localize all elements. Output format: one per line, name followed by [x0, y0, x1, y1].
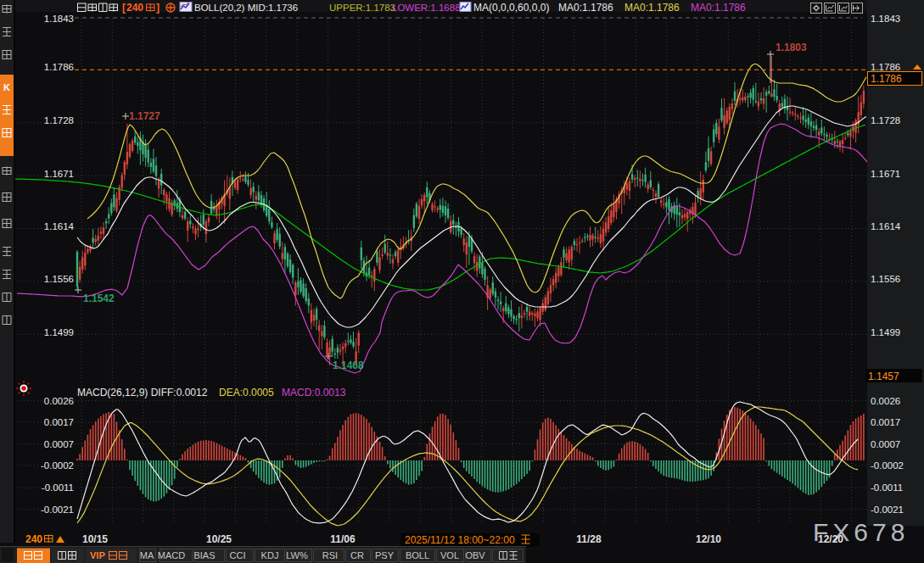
svg-text:OBV: OBV: [465, 550, 485, 560]
svg-text:1.1542: 1.1542: [83, 293, 115, 304]
svg-text:K: K: [3, 82, 10, 92]
svg-text:-0.0021: -0.0021: [41, 504, 74, 515]
svg-text:0.0017: 0.0017: [44, 417, 74, 427]
svg-text:KDJ: KDJ: [261, 550, 279, 560]
svg-text:DEA:0.0005: DEA:0.0005: [219, 387, 274, 399]
svg-text:1.1671: 1.1671: [871, 169, 900, 179]
svg-text:UPPER:1.1783: UPPER:1.1783: [329, 3, 395, 13]
svg-text:0.0026: 0.0026: [44, 396, 74, 406]
svg-text:240: 240: [126, 2, 143, 14]
svg-text:1.1728: 1.1728: [871, 115, 900, 125]
svg-text:BIAS: BIAS: [193, 550, 215, 560]
svg-text:1.1614: 1.1614: [44, 221, 75, 231]
svg-text:PSY: PSY: [375, 550, 395, 560]
svg-text:2025/11/12 18:00~22:00: 2025/11/12 18:00~22:00: [405, 534, 515, 546]
svg-text:MA0:1.1786: MA0:1.1786: [691, 2, 746, 14]
svg-text:1.1727: 1.1727: [129, 110, 160, 122]
svg-text:CCI: CCI: [230, 550, 246, 560]
svg-text:10/15: 10/15: [82, 533, 108, 545]
svg-text:1.1556: 1.1556: [44, 274, 74, 284]
svg-text:CR: CR: [350, 550, 364, 560]
svg-text:11/06: 11/06: [330, 533, 356, 545]
svg-text:1.1671: 1.1671: [44, 169, 74, 179]
svg-text:0.0026: 0.0026: [871, 396, 900, 406]
svg-text:MACD(26,12,9) DIFF:0.0012: MACD(26,12,9) DIFF:0.0012: [77, 387, 208, 399]
svg-text:12/10: 12/10: [696, 533, 721, 545]
svg-text:0.0017: 0.0017: [871, 417, 900, 427]
svg-text:MA(0,0,0,60,0,0): MA(0,0,0,60,0,0): [473, 2, 549, 14]
svg-text:1.1499: 1.1499: [871, 327, 900, 337]
svg-text:1.1843: 1.1843: [871, 14, 900, 24]
svg-text:MA0:1.1786: MA0:1.1786: [624, 2, 680, 14]
svg-text:RSI: RSI: [322, 550, 338, 560]
svg-text:[: [: [122, 2, 126, 14]
svg-text:MACD: MACD: [158, 550, 185, 560]
svg-text:1.1468: 1.1468: [333, 360, 364, 371]
svg-text:-0.0011: -0.0011: [42, 482, 74, 493]
svg-text:VIP: VIP: [90, 550, 105, 560]
svg-text:1.1556: 1.1556: [871, 274, 900, 284]
svg-text:1.1786: 1.1786: [871, 73, 902, 85]
svg-text:-0.0011: -0.0011: [871, 482, 903, 493]
svg-text:1.1803: 1.1803: [776, 42, 807, 53]
svg-text:10/25: 10/25: [206, 533, 232, 545]
svg-text:LOWER:1.1688: LOWER:1.1688: [392, 3, 461, 13]
svg-text:1.1499: 1.1499: [44, 327, 74, 337]
svg-text:11/28: 11/28: [576, 533, 602, 545]
svg-text:1.1728: 1.1728: [44, 115, 74, 125]
svg-text:0.0007: 0.0007: [871, 439, 900, 449]
svg-text:1.1786: 1.1786: [44, 62, 74, 72]
svg-text:1.1614: 1.1614: [871, 221, 901, 231]
svg-text:0.0007: 0.0007: [44, 439, 74, 449]
svg-text:240: 240: [25, 533, 42, 545]
svg-text:VOL: VOL: [440, 550, 459, 560]
svg-text:-0.0021: -0.0021: [871, 504, 904, 515]
svg-text:MA: MA: [140, 550, 154, 560]
svg-text:BOLL(20,2) MID:1.1736: BOLL(20,2) MID:1.1736: [194, 3, 298, 13]
svg-text:-0.0002: -0.0002: [871, 460, 904, 471]
svg-text:MACD:0.0013: MACD:0.0013: [282, 387, 346, 399]
svg-text:LW%: LW%: [286, 550, 308, 560]
svg-text:MA0:1.1786: MA0:1.1786: [558, 2, 613, 14]
svg-text:12/20: 12/20: [818, 533, 843, 545]
svg-text:1.1457: 1.1457: [868, 371, 899, 382]
svg-text:1.1786: 1.1786: [871, 62, 900, 72]
svg-text:1.1843: 1.1843: [44, 14, 74, 24]
svg-text:]: ]: [156, 2, 160, 14]
svg-text:-0.0002: -0.0002: [41, 460, 74, 471]
svg-text:BOLL: BOLL: [406, 550, 429, 560]
